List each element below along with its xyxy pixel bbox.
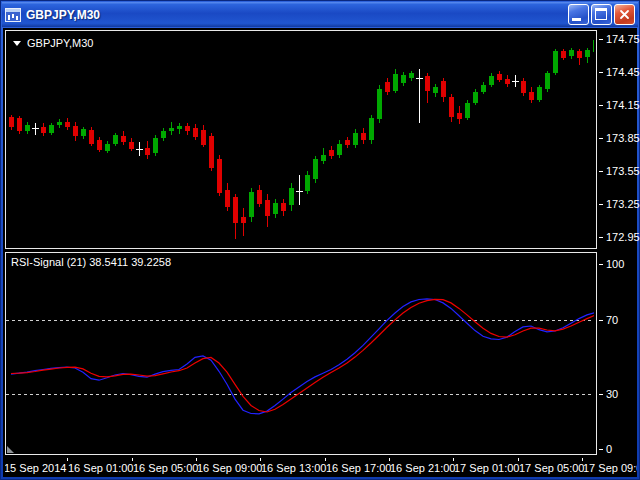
doji-candle (512, 75, 519, 87)
candle (145, 141, 150, 159)
maximize-icon (595, 8, 607, 20)
candle (385, 78, 390, 96)
time-axis-label: 16 Sep 21:00 (390, 462, 455, 474)
candle (505, 75, 510, 87)
candle (401, 72, 406, 86)
candle (545, 71, 550, 92)
candle (481, 82, 486, 94)
chart-client-area: GBPJPY,M30 174.75174.45174.15173.85173.5… (3, 28, 637, 477)
time-axis-label: 15 Sep 2014 (5, 462, 66, 474)
candle (321, 148, 326, 165)
candle (81, 127, 86, 139)
candle (129, 138, 134, 151)
indicator-label: RSI-Signal (21) 38.5411 39.2258 (11, 256, 171, 268)
time-tick-mark (389, 458, 390, 461)
candle (193, 124, 198, 141)
price-axis-label: 173.25 (606, 198, 640, 210)
candle (393, 69, 398, 93)
candle (553, 49, 558, 75)
time-axis-label: 16 Sep 09:00 (197, 462, 262, 474)
indicator-tick-mark (599, 320, 603, 321)
candle (465, 100, 470, 121)
candle (153, 135, 158, 156)
candle (265, 194, 270, 227)
candle (433, 84, 438, 97)
candle (577, 49, 582, 66)
indicator-axis-label: 100 (606, 258, 624, 270)
time-axis-label: 17 Sep 09:00 (583, 462, 637, 474)
candle (273, 199, 278, 219)
candle (177, 123, 182, 134)
candle (105, 141, 110, 153)
candle (457, 106, 462, 124)
candle (377, 85, 382, 122)
time-axis[interactable]: 15 Sep 201416 Sep 01:0016 Sep 05:0016 Se… (5, 458, 637, 476)
candle (49, 123, 54, 135)
indicator-line-rsi (11, 299, 594, 414)
indicator-axis[interactable]: 10070300 (599, 252, 637, 455)
rsi-indicator-chart[interactable] (6, 253, 594, 452)
time-tick-mark (67, 458, 68, 461)
candle (233, 194, 238, 239)
price-axis-label: 172.95 (606, 231, 640, 243)
candle (313, 156, 318, 184)
price-axis[interactable]: 174.75174.45174.15173.85173.55173.25172.… (599, 30, 637, 249)
candle (97, 137, 102, 152)
candle (17, 116, 22, 134)
close-button[interactable] (614, 4, 635, 25)
candle (65, 118, 70, 130)
candle (537, 85, 542, 102)
candle (185, 123, 190, 135)
price-tick-mark (599, 204, 603, 205)
price-chart-panel[interactable]: GBPJPY,M30 (5, 30, 597, 249)
minimize-button[interactable] (568, 4, 589, 25)
indicator-line-signal (11, 299, 594, 412)
candle (225, 183, 230, 211)
time-tick-mark (325, 458, 326, 461)
panel-resize-grip[interactable] (7, 446, 14, 453)
candle (257, 185, 262, 207)
symbol-label: GBPJPY,M30 (13, 37, 93, 49)
indicator-panel[interactable]: RSI-Signal (21) 38.5411 39.2258 (5, 252, 597, 455)
price-axis-label: 174.15 (606, 99, 640, 111)
candle (361, 128, 366, 143)
candle (345, 137, 350, 148)
price-tick-mark (599, 39, 603, 40)
time-tick-mark (132, 458, 133, 461)
indicator-tick-mark (599, 264, 603, 265)
minimize-icon (572, 18, 581, 21)
time-tick-mark (453, 458, 454, 461)
doji-candle (136, 142, 143, 155)
time-axis-label: 17 Sep 05:00 (519, 462, 584, 474)
maximize-button[interactable] (591, 4, 612, 25)
doji-candle (296, 175, 303, 205)
candle (425, 73, 430, 103)
candlestick-chart[interactable] (6, 31, 594, 246)
candle (169, 122, 174, 135)
time-tick-mark (196, 458, 197, 461)
candle (329, 146, 334, 159)
chevron-down-icon (13, 41, 21, 46)
candle (489, 73, 494, 87)
close-icon (617, 7, 632, 22)
price-axis-label: 173.85 (606, 132, 640, 144)
candle (201, 125, 206, 147)
time-axis-label: 16 Sep 13:00 (261, 462, 326, 474)
candle (89, 127, 94, 146)
price-axis-label: 174.45 (606, 66, 640, 78)
candle (161, 128, 166, 141)
candle (305, 171, 310, 194)
candle (369, 115, 374, 144)
candle (249, 188, 254, 222)
candle (585, 48, 590, 63)
price-tick-mark (599, 105, 603, 106)
indicator-tick-mark (599, 449, 603, 450)
time-axis-label: 16 Sep 17:00 (326, 462, 391, 474)
price-tick-mark (599, 237, 603, 238)
candle (337, 140, 342, 158)
candle (569, 48, 574, 59)
window-titlebar[interactable]: GBPJPY,M30 (2, 2, 638, 27)
candle (113, 133, 118, 146)
price-tick-mark (599, 138, 603, 139)
candle (241, 208, 246, 236)
